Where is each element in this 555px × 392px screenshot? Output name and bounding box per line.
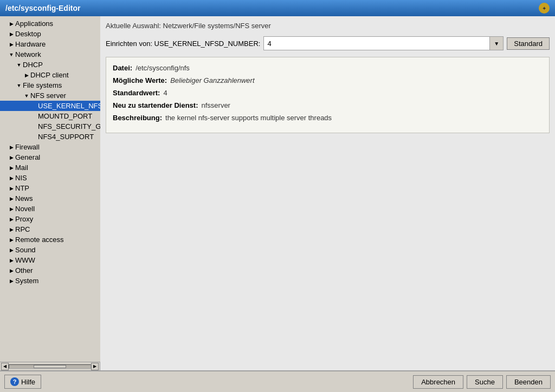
sidebar-item-use-kernel-nfsd[interactable]: USE_KERNEL_NFSD_ [0, 101, 100, 111]
main-area: ▶ Applications ▶ Desktop ▶ Hardware ▼ Ne… [0, 16, 555, 370]
arrow-mountd [30, 113, 38, 120]
sidebar-label-www: WWW [15, 256, 35, 264]
sidebar-item-nis[interactable]: ▶ NIS [0, 173, 100, 183]
sidebar-item-nfs-server[interactable]: ▼ NFS server [0, 90, 100, 101]
sidebar-item-mountd-port[interactable]: MOUNTD_PORT [0, 111, 100, 121]
sidebar-item-general[interactable]: ▶ General [0, 152, 100, 162]
sidebar-item-news[interactable]: ▶ News [0, 193, 100, 204]
arrow-general: ▶ [8, 154, 15, 161]
sidebar-item-novell[interactable]: ▶ Novell [0, 204, 100, 214]
standardwert-value: 4 [163, 89, 167, 97]
standard-button[interactable]: Standard [507, 37, 550, 50]
arrow-dhcp: ▼ [15, 61, 23, 69]
bottom-left: ? Hilfe [4, 375, 41, 389]
current-selection-value: Netzwerk/File systems/NFS server [163, 22, 271, 30]
datei-label: Datei: [113, 64, 132, 72]
arrow-nfs-server: ▼ [23, 92, 30, 100]
arrow-applications: ▶ [8, 20, 15, 28]
sidebar-item-file-systems[interactable]: ▼ File systems [0, 80, 100, 90]
bottombar: ? Hilfe Abbrechen Suche Beenden [0, 370, 555, 392]
scroll-right-button[interactable]: ▶ [91, 363, 99, 370]
sidebar-item-proxy[interactable]: ▶ Proxy [0, 214, 100, 224]
standardwert-label: Standardwert: [113, 89, 160, 97]
sidebar-label-file-systems: File systems [23, 81, 62, 89]
scroll-thumb[interactable] [34, 365, 66, 368]
einrichten-row: Einrichten von: USE_KERNEL_NFSD_NUMBER: … [106, 36, 550, 50]
help-icon: ? [10, 377, 19, 386]
scroll-track[interactable] [9, 364, 91, 369]
sidebar-horizontal-scrollbar[interactable]: ◀ ▶ [0, 362, 100, 370]
sidebar-item-remote-access[interactable]: ▶ Remote access [0, 234, 100, 245]
sidebar-item-ntp[interactable]: ▶ NTP [0, 183, 100, 193]
sidebar-item-other[interactable]: ▶ Other [0, 265, 100, 276]
standardwert-row: Standardwert: 4 [113, 89, 543, 97]
sidebar-item-sound[interactable]: ▶ Sound [0, 245, 100, 255]
sidebar-label-nfs-server: NFS server [30, 92, 66, 100]
sidebar-item-hardware[interactable]: ▶ Hardware [0, 39, 100, 49]
moegliche-row: Mögliche Werte: Beliebiger Ganzzahlenwer… [113, 76, 543, 84]
arrow-ntp: ▶ [8, 185, 15, 192]
arrow-network: ▼ [8, 51, 15, 58]
neu-value: nfsserver [201, 101, 230, 109]
arrow-mail: ▶ [8, 164, 15, 172]
einrichten-input[interactable] [263, 36, 504, 50]
arrow-sound: ▶ [8, 246, 15, 254]
sidebar-label-desktop: Desktop [15, 30, 41, 38]
help-label: Hilfe [21, 378, 35, 386]
suche-button[interactable]: Suche [467, 375, 503, 389]
content-area: Aktuelle Auswahl: Netzwerk/File systems/… [100, 16, 555, 370]
select-dropdown-button[interactable]: ▼ [489, 36, 504, 50]
sidebar-item-mail[interactable]: ▶ Mail [0, 162, 100, 173]
sidebar-item-firewall[interactable]: ▶ Firewall [0, 142, 100, 152]
arrow-hardware: ▶ [8, 41, 15, 48]
sidebar-label-nfs4: NFS4_SUPPORT [38, 133, 94, 141]
window-close-button[interactable]: ✦ [539, 3, 550, 14]
arrow-other: ▶ [8, 267, 15, 275]
sidebar-label-dhcp: DHCP [23, 61, 43, 69]
sidebar-item-network[interactable]: ▼ Network [0, 49, 100, 60]
sidebar-item-dhcp-client[interactable]: ▶ DHCP client [0, 70, 100, 80]
window-title: /etc/sysconfig-Editor [5, 4, 80, 12]
sidebar-label-hardware: Hardware [15, 40, 46, 48]
scroll-left-button[interactable]: ◀ [1, 363, 9, 370]
moegliche-label: Mögliche Werte: [113, 76, 167, 84]
sidebar-label-mountd: MOUNTD_PORT [38, 112, 92, 120]
help-button[interactable]: ? Hilfe [4, 375, 41, 389]
sidebar-item-www[interactable]: ▶ WWW [0, 255, 100, 265]
arrow-remote-access: ▶ [8, 236, 15, 244]
sidebar-label-dhcp-client: DHCP client [30, 71, 69, 79]
neu-label: Neu zu startender Dienst: [113, 101, 198, 109]
sidebar-item-nfs4-support[interactable]: NFS4_SUPPORT [0, 132, 100, 142]
sidebar-label-other: Other [15, 266, 33, 275]
sidebar-label-applications: Applications [15, 19, 53, 28]
sidebar-item-applications[interactable]: ▶ Applications [0, 18, 100, 29]
sidebar-item-desktop[interactable]: ▶ Desktop [0, 29, 100, 39]
neu-row: Neu zu startender Dienst: nfsserver [113, 101, 543, 109]
arrow-news: ▶ [8, 195, 15, 202]
info-box: Datei: /etc/sysconfig/nfs Mögliche Werte… [106, 57, 550, 133]
arrow-nis: ▶ [8, 174, 15, 182]
arrow-file-systems: ▼ [15, 82, 23, 89]
titlebar: /etc/sysconfig-Editor ✦ [0, 0, 555, 16]
sidebar-item-nfs-security-gss[interactable]: NFS_SECURITY_GSS [0, 121, 100, 132]
arrow-proxy: ▶ [8, 215, 15, 223]
einrichten-select-wrapper: ▼ [263, 36, 504, 50]
sidebar-label-firewall: Firewall [15, 143, 40, 151]
abbrechen-button[interactable]: Abbrechen [413, 375, 463, 389]
arrow-desktop: ▶ [8, 30, 15, 38]
sidebar-label-nis: NIS [15, 174, 27, 182]
beenden-button[interactable]: Beenden [506, 375, 551, 389]
sidebar-item-dhcp[interactable]: ▼ DHCP [0, 60, 100, 70]
arrow-system: ▶ [8, 277, 15, 285]
sidebar-label-nfs-security: NFS_SECURITY_GSS [38, 122, 100, 130]
sidebar-item-system[interactable]: ▶ System [0, 276, 100, 286]
arrow-rpc: ▶ [8, 226, 15, 233]
sidebar-label-news: News [15, 194, 33, 202]
einrichten-label: Einrichten von: USE_KERNEL_NFSD_NUMBER: [106, 40, 260, 48]
sidebar-wrapper: ▶ Applications ▶ Desktop ▶ Hardware ▼ Ne… [0, 16, 100, 370]
sidebar-item-rpc[interactable]: ▶ RPC [0, 224, 100, 234]
arrow-firewall: ▶ [8, 143, 15, 151]
sidebar-label-remote-access: Remote access [15, 236, 64, 244]
sidebar-label-system: System [15, 277, 38, 285]
moegliche-value: Beliebiger Ganzzahlenwert [170, 76, 254, 84]
